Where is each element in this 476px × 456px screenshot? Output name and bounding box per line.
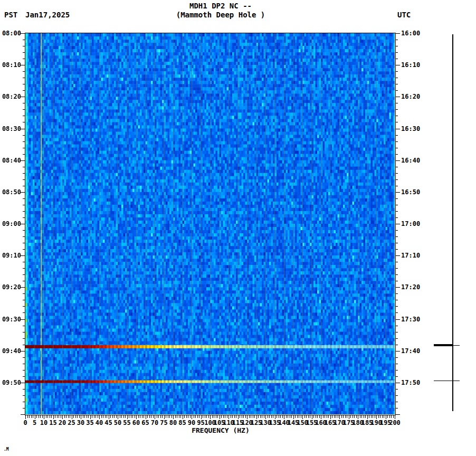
freq-minor-tick	[149, 415, 150, 418]
right-minor-tick	[395, 179, 398, 180]
freq-minor-tick	[308, 415, 309, 418]
left-minor-tick	[23, 40, 25, 40]
freq-tick-label: 65	[141, 419, 149, 426]
left-time-label: 09:10	[0, 252, 21, 259]
right-minor-tick	[395, 109, 398, 110]
freq-minor-tick	[51, 415, 52, 418]
freq-minor-tick	[378, 415, 379, 418]
freq-minor-tick	[384, 415, 384, 418]
freq-minor-tick	[382, 415, 383, 418]
freq-major-tick	[81, 415, 81, 419]
right-minor-tick	[395, 338, 398, 339]
freq-minor-tick	[393, 415, 394, 418]
left-minor-tick	[23, 173, 25, 174]
freq-minor-tick	[243, 415, 244, 418]
right-major-tick	[395, 255, 400, 256]
station-subtitle: (Mammoth Deep Hole )	[78, 11, 363, 19]
freq-minor-tick	[98, 415, 98, 418]
left-time-label: 09:40	[0, 347, 21, 355]
left-minor-tick	[23, 395, 25, 396]
freq-tick-label: 25	[68, 419, 75, 426]
right-minor-tick	[395, 357, 398, 358]
right-minor-tick	[395, 90, 398, 91]
right-minor-tick	[395, 262, 398, 262]
right-minor-tick	[395, 135, 398, 136]
right-minor-tick	[395, 217, 398, 218]
freq-minor-tick	[301, 415, 301, 418]
freq-minor-tick	[153, 415, 154, 418]
left-minor-tick	[23, 408, 25, 408]
freq-tick-label: 90	[188, 419, 195, 426]
left-time-label: 08:10	[0, 61, 21, 69]
freq-major-tick	[312, 415, 312, 419]
left-minor-tick	[23, 52, 25, 53]
right-minor-tick	[395, 268, 398, 269]
left-minor-tick	[23, 376, 25, 377]
left-minor-tick	[23, 364, 25, 364]
freq-minor-tick	[313, 415, 314, 418]
right-minor-tick	[395, 408, 398, 408]
freq-minor-tick	[227, 415, 227, 418]
corner-mark: .M	[4, 447, 9, 452]
freq-minor-tick	[268, 415, 268, 418]
freq-minor-tick	[373, 415, 373, 418]
freq-major-tick	[118, 415, 118, 419]
freq-minor-tick	[199, 415, 199, 418]
right-minor-tick	[395, 312, 398, 313]
right-time-label: 17:00	[401, 220, 420, 227]
freq-minor-tick	[29, 415, 30, 418]
freq-minor-tick	[105, 415, 106, 418]
freq-major-tick	[386, 415, 386, 419]
left-minor-tick	[23, 326, 25, 326]
freq-major-tick	[62, 415, 63, 419]
freq-minor-tick	[375, 415, 375, 418]
left-time-label: 09:00	[0, 220, 21, 227]
left-time-label: 08:40	[0, 157, 21, 164]
freq-minor-tick	[356, 415, 357, 418]
freq-minor-tick	[206, 415, 207, 418]
right-minor-tick	[395, 46, 398, 46]
left-minor-tick	[23, 293, 25, 294]
right-minor-tick	[395, 103, 398, 103]
freq-major-tick	[229, 415, 229, 419]
right-minor-tick	[395, 332, 398, 332]
freq-minor-tick	[55, 415, 55, 418]
freq-tick-label: 80	[169, 419, 177, 426]
freq-minor-tick	[286, 415, 287, 418]
left-minor-tick	[23, 205, 25, 205]
freq-minor-tick	[221, 415, 222, 418]
right-minor-tick	[395, 364, 398, 364]
freq-major-tick	[339, 415, 340, 419]
left-minor-tick	[23, 186, 25, 186]
station-title: MDH1 DP2 NC --	[78, 2, 363, 10]
freq-tick-label: 85	[178, 419, 186, 426]
freq-minor-tick	[254, 415, 255, 418]
freq-tick-label: 70	[151, 419, 158, 426]
freq-major-tick	[53, 415, 54, 419]
freq-major-tick	[155, 415, 155, 419]
freq-minor-tick	[345, 415, 346, 418]
freq-minor-tick	[277, 415, 277, 418]
left-minor-tick	[23, 281, 25, 281]
freq-tick-label: 45	[104, 419, 112, 426]
left-minor-tick	[23, 90, 25, 91]
freq-major-tick	[302, 415, 303, 419]
left-major-tick	[21, 129, 25, 129]
freq-minor-tick	[214, 415, 214, 418]
freq-minor-tick	[140, 415, 140, 418]
timezone-right-label: UTC	[397, 11, 411, 19]
freq-major-tick	[201, 415, 202, 419]
left-time-label: 09:30	[0, 316, 21, 323]
freq-tick-label: 15	[49, 419, 56, 426]
freq-minor-tick	[216, 415, 216, 418]
freq-minor-tick	[31, 415, 32, 418]
right-minor-tick	[395, 236, 398, 237]
right-major-tick	[395, 160, 400, 161]
freq-major-tick	[72, 415, 72, 419]
left-minor-tick	[23, 243, 25, 243]
freq-minor-tick	[234, 415, 235, 418]
right-time-label: 16:10	[401, 61, 420, 69]
freq-major-tick	[173, 415, 174, 419]
freq-minor-tick	[251, 415, 251, 418]
right-minor-tick	[395, 186, 398, 186]
